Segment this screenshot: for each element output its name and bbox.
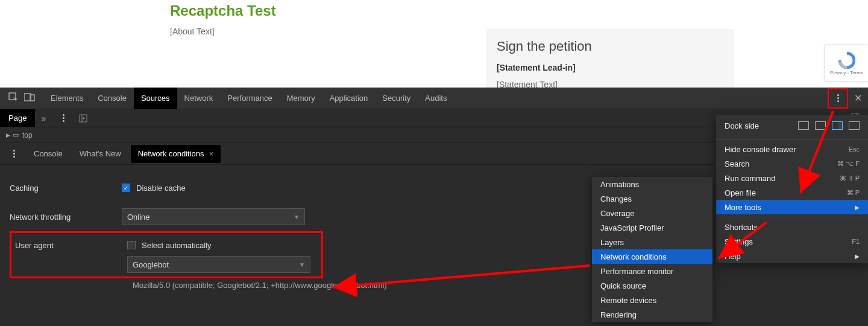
recaptcha-icon bbox=[838, 52, 855, 69]
caching-label: Caching bbox=[10, 184, 122, 193]
throttling-select[interactable]: Online ▼ bbox=[122, 208, 305, 225]
disable-cache-checkbox[interactable]: ✓ bbox=[122, 184, 130, 192]
tab-network[interactable]: Network bbox=[177, 88, 221, 109]
tab-security[interactable]: Security bbox=[375, 88, 418, 109]
kebab-highlight-box bbox=[828, 88, 848, 109]
tools-performance-monitor[interactable]: Performance monitor bbox=[592, 264, 712, 278]
tools-animations[interactable]: Animations bbox=[592, 177, 712, 191]
tab-memory[interactable]: Memory bbox=[280, 88, 322, 109]
menu-hide-drawer[interactable]: Hide console drawerEsc bbox=[716, 142, 868, 156]
user-agent-label: User agent bbox=[15, 241, 127, 250]
drawer-tab-network-conditions[interactable]: Network conditions× bbox=[131, 145, 221, 163]
ua-auto-row: User agent Select automatically bbox=[15, 235, 318, 255]
tools-coverage[interactable]: Coverage bbox=[592, 206, 712, 220]
tree-label: top bbox=[22, 131, 33, 139]
sources-page-tab[interactable]: Page bbox=[0, 109, 35, 127]
dock-left-icon[interactable] bbox=[815, 121, 826, 130]
user-agent-highlight-box: User agent Select automatically Googlebo… bbox=[10, 231, 323, 278]
menu-open-file[interactable]: Open file⌘ P bbox=[716, 185, 868, 200]
tools-changes[interactable]: Changes bbox=[592, 191, 712, 206]
recaptcha-badge[interactable]: Privacy - Terms bbox=[825, 45, 868, 82]
dock-bottom-icon[interactable] bbox=[832, 121, 843, 130]
tab-performance[interactable]: Performance bbox=[220, 88, 279, 109]
dock-right-icon[interactable] bbox=[849, 121, 860, 130]
tab-audits[interactable]: Audits bbox=[418, 88, 454, 109]
menu-search[interactable]: Search⌘ ⌥ F bbox=[716, 156, 868, 171]
tools-quick-source[interactable]: Quick source bbox=[592, 278, 712, 293]
menu-run-command[interactable]: Run command⌘ ⇧ P bbox=[716, 171, 868, 185]
tools-rendering[interactable]: Rendering bbox=[592, 307, 712, 322]
chevron-down-icon: ▼ bbox=[294, 214, 300, 220]
disable-cache-label: Disable cache bbox=[136, 184, 186, 193]
chevron-down-icon: ▼ bbox=[299, 261, 305, 268]
toggle-navigator-icon[interactable] bbox=[75, 109, 92, 127]
user-agent-string: Mozilla/5.0 (compatible; Googlebot/2.1; … bbox=[133, 281, 858, 290]
ua-select-row: Googlebot ▼ bbox=[15, 255, 318, 274]
user-agent-value: Googlebot bbox=[133, 260, 169, 269]
tab-elements[interactable]: Elements bbox=[43, 88, 90, 109]
throttling-label: Network throttling bbox=[10, 213, 122, 222]
drawer-menu-icon[interactable] bbox=[8, 149, 19, 159]
petition-title: Sign the petition bbox=[497, 39, 723, 54]
sources-overflow-icon[interactable]: » bbox=[35, 109, 52, 127]
close-tab-icon[interactable]: × bbox=[209, 149, 213, 158]
devtools-menu-button[interactable] bbox=[832, 93, 843, 104]
tools-remote-devices[interactable]: Remote devices bbox=[592, 293, 712, 307]
page-title: Recaptcha Test bbox=[170, 0, 868, 19]
tools-network-conditions[interactable]: Network conditions bbox=[592, 249, 712, 264]
user-agent-select[interactable]: Googlebot ▼ bbox=[127, 256, 310, 273]
menu-help[interactable]: Help▶ bbox=[716, 249, 868, 263]
dock-undock-icon[interactable] bbox=[798, 121, 809, 130]
dock-side-label: Dock side bbox=[725, 121, 759, 130]
drawer-tab-console[interactable]: Console bbox=[27, 145, 70, 163]
frame-icon: ▭ bbox=[13, 131, 19, 139]
dock-side-row: Dock side bbox=[716, 115, 868, 136]
menu-more-tools[interactable]: More tools▶ bbox=[716, 200, 868, 214]
menu-settings[interactable]: SettingsF1 bbox=[716, 234, 868, 249]
recaptcha-privacy-terms[interactable]: Privacy - Terms bbox=[830, 70, 863, 75]
submenu-arrow-icon: ▶ bbox=[855, 253, 860, 260]
ua-auto-checkbox[interactable] bbox=[127, 241, 136, 249]
tree-expand-icon: ▶ bbox=[6, 132, 10, 138]
devtools-close-button[interactable]: ✕ bbox=[854, 92, 862, 104]
device-toggle-icon[interactable] bbox=[24, 93, 35, 103]
throttling-value: Online bbox=[127, 213, 150, 222]
menu-shortcuts[interactable]: Shortcuts bbox=[716, 220, 868, 234]
webpage-content: Recaptcha Test [About Text] Sign the pet… bbox=[0, 0, 868, 88]
inspect-icon[interactable] bbox=[8, 92, 18, 104]
devtools-main-menu: Dock side Hide console drawerEsc Search⌘… bbox=[716, 115, 868, 263]
tab-application[interactable]: Application bbox=[322, 88, 376, 109]
submenu-arrow-icon: ▶ bbox=[855, 204, 860, 211]
tools-javascript-profiler[interactable]: JavaScript Profiler bbox=[592, 220, 712, 235]
tools-layers[interactable]: Layers bbox=[592, 235, 712, 249]
more-tools-submenu: AnimationsChangesCoverageJavaScript Prof… bbox=[592, 177, 712, 322]
tab-sources[interactable]: Sources bbox=[134, 88, 177, 109]
sources-nav-menu-icon[interactable] bbox=[58, 113, 69, 124]
tab-console[interactable]: Console bbox=[90, 88, 134, 109]
ua-auto-label: Select automatically bbox=[142, 241, 212, 250]
petition-lead: [Statement Lead-in] bbox=[497, 63, 723, 72]
devtools-tabbar: Elements Console Sources Network Perform… bbox=[0, 88, 868, 109]
drawer-tab-whatsnew[interactable]: What's New bbox=[72, 145, 128, 163]
